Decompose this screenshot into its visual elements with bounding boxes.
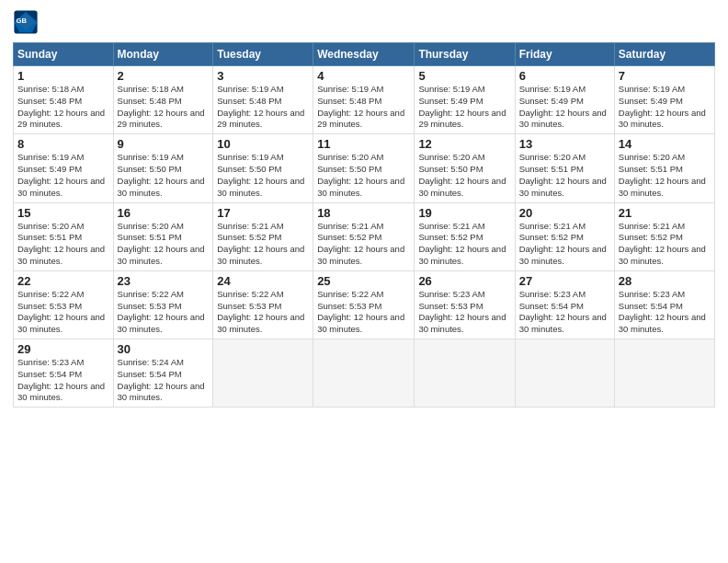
day-info: Sunrise: 5:21 AMSunset: 5:52 PMDaylight:… <box>317 221 404 266</box>
page-container: GB SundayMondayTuesdayWednesdayThursdayF… <box>0 0 728 417</box>
calendar-cell: 22 Sunrise: 5:22 AMSunset: 5:53 PMDaylig… <box>14 270 114 339</box>
day-number: 13 <box>519 137 610 151</box>
calendar-cell: 11 Sunrise: 5:20 AMSunset: 5:50 PMDaylig… <box>313 134 415 202</box>
day-info: Sunrise: 5:19 AMSunset: 5:48 PMDaylight:… <box>317 84 404 129</box>
day-info: Sunrise: 5:20 AMSunset: 5:51 PMDaylight:… <box>17 221 105 266</box>
calendar-cell: 28 Sunrise: 5:23 AMSunset: 5:54 PMDaylig… <box>614 270 714 339</box>
calendar-cell: 27 Sunrise: 5:23 AMSunset: 5:54 PMDaylig… <box>515 270 614 339</box>
col-header-friday: Friday <box>515 43 614 66</box>
calendar-cell <box>515 339 614 408</box>
calendar-cell: 26 Sunrise: 5:23 AMSunset: 5:53 PMDaylig… <box>415 270 515 339</box>
logo-icon: GB <box>13 9 39 35</box>
calendar-cell: 10 Sunrise: 5:19 AMSunset: 5:50 PMDaylig… <box>213 134 313 202</box>
calendar-header-row: SundayMondayTuesdayWednesdayThursdayFrid… <box>14 43 715 66</box>
day-info: Sunrise: 5:20 AMSunset: 5:50 PMDaylight:… <box>317 152 404 197</box>
day-number: 16 <box>118 206 210 220</box>
calendar-cell: 16 Sunrise: 5:20 AMSunset: 5:51 PMDaylig… <box>113 202 213 270</box>
day-number: 29 <box>17 342 109 356</box>
day-number: 18 <box>317 206 410 220</box>
day-info: Sunrise: 5:19 AMSunset: 5:48 PMDaylight:… <box>217 84 304 129</box>
day-info: Sunrise: 5:20 AMSunset: 5:50 PMDaylight:… <box>418 152 506 197</box>
day-number: 9 <box>118 137 210 151</box>
calendar-cell <box>415 339 515 408</box>
day-info: Sunrise: 5:21 AMSunset: 5:52 PMDaylight:… <box>217 221 304 266</box>
day-info: Sunrise: 5:20 AMSunset: 5:51 PMDaylight:… <box>118 221 205 266</box>
logo: GB <box>13 9 42 35</box>
calendar-week-3: 22 Sunrise: 5:22 AMSunset: 5:53 PMDaylig… <box>14 270 715 339</box>
day-number: 20 <box>519 206 610 220</box>
calendar-cell <box>313 339 415 408</box>
day-number: 11 <box>317 137 410 151</box>
day-info: Sunrise: 5:20 AMSunset: 5:51 PMDaylight:… <box>519 152 607 197</box>
day-number: 28 <box>619 274 711 288</box>
day-number: 22 <box>17 274 109 288</box>
day-info: Sunrise: 5:19 AMSunset: 5:49 PMDaylight:… <box>519 84 607 129</box>
day-number: 14 <box>619 137 711 151</box>
calendar-cell: 19 Sunrise: 5:21 AMSunset: 5:52 PMDaylig… <box>415 202 515 270</box>
day-number: 21 <box>619 206 711 220</box>
calendar-cell: 29 Sunrise: 5:23 AMSunset: 5:54 PMDaylig… <box>14 339 114 408</box>
col-header-monday: Monday <box>113 43 213 66</box>
calendar-cell: 4 Sunrise: 5:19 AMSunset: 5:48 PMDayligh… <box>313 66 415 134</box>
col-header-saturday: Saturday <box>614 43 714 66</box>
day-info: Sunrise: 5:23 AMSunset: 5:54 PMDaylight:… <box>17 357 105 402</box>
day-number: 1 <box>17 69 109 83</box>
day-info: Sunrise: 5:18 AMSunset: 5:48 PMDaylight:… <box>118 84 205 129</box>
calendar-week-0: 1 Sunrise: 5:18 AMSunset: 5:48 PMDayligh… <box>14 66 715 134</box>
day-number: 30 <box>118 342 210 356</box>
day-number: 17 <box>217 206 309 220</box>
day-info: Sunrise: 5:19 AMSunset: 5:50 PMDaylight:… <box>118 152 205 197</box>
col-header-sunday: Sunday <box>14 43 114 66</box>
calendar-cell: 1 Sunrise: 5:18 AMSunset: 5:48 PMDayligh… <box>14 66 114 134</box>
calendar-cell: 3 Sunrise: 5:19 AMSunset: 5:48 PMDayligh… <box>213 66 313 134</box>
calendar-cell: 6 Sunrise: 5:19 AMSunset: 5:49 PMDayligh… <box>515 66 614 134</box>
calendar-cell: 2 Sunrise: 5:18 AMSunset: 5:48 PMDayligh… <box>113 66 213 134</box>
day-info: Sunrise: 5:19 AMSunset: 5:49 PMDaylight:… <box>17 152 105 197</box>
calendar-cell: 30 Sunrise: 5:24 AMSunset: 5:54 PMDaylig… <box>113 339 213 408</box>
day-info: Sunrise: 5:23 AMSunset: 5:54 PMDaylight:… <box>519 289 607 334</box>
day-info: Sunrise: 5:24 AMSunset: 5:54 PMDaylight:… <box>118 357 205 402</box>
calendar-cell: 20 Sunrise: 5:21 AMSunset: 5:52 PMDaylig… <box>515 202 614 270</box>
calendar-cell: 23 Sunrise: 5:22 AMSunset: 5:53 PMDaylig… <box>113 270 213 339</box>
day-info: Sunrise: 5:21 AMSunset: 5:52 PMDaylight:… <box>418 221 506 266</box>
col-header-thursday: Thursday <box>415 43 515 66</box>
day-info: Sunrise: 5:19 AMSunset: 5:49 PMDaylight:… <box>418 84 506 129</box>
day-number: 6 <box>519 69 610 83</box>
day-number: 26 <box>418 274 510 288</box>
day-info: Sunrise: 5:19 AMSunset: 5:49 PMDaylight:… <box>619 84 706 129</box>
day-number: 4 <box>317 69 410 83</box>
calendar-cell: 8 Sunrise: 5:19 AMSunset: 5:49 PMDayligh… <box>14 134 114 202</box>
calendar-table: SundayMondayTuesdayWednesdayThursdayFrid… <box>13 42 715 408</box>
svg-text:GB: GB <box>17 17 28 25</box>
day-number: 27 <box>519 274 610 288</box>
calendar-cell <box>213 339 313 408</box>
calendar-cell: 24 Sunrise: 5:22 AMSunset: 5:53 PMDaylig… <box>213 270 313 339</box>
day-number: 2 <box>118 69 210 83</box>
day-number: 5 <box>418 69 510 83</box>
col-header-wednesday: Wednesday <box>313 43 415 66</box>
calendar-cell: 18 Sunrise: 5:21 AMSunset: 5:52 PMDaylig… <box>313 202 415 270</box>
day-number: 8 <box>17 137 109 151</box>
day-info: Sunrise: 5:18 AMSunset: 5:48 PMDaylight:… <box>17 84 105 129</box>
calendar-cell: 5 Sunrise: 5:19 AMSunset: 5:49 PMDayligh… <box>415 66 515 134</box>
day-info: Sunrise: 5:20 AMSunset: 5:51 PMDaylight:… <box>619 152 706 197</box>
day-info: Sunrise: 5:19 AMSunset: 5:50 PMDaylight:… <box>217 152 304 197</box>
day-number: 25 <box>317 274 410 288</box>
day-info: Sunrise: 5:22 AMSunset: 5:53 PMDaylight:… <box>17 289 105 334</box>
calendar-cell: 14 Sunrise: 5:20 AMSunset: 5:51 PMDaylig… <box>614 134 714 202</box>
calendar-week-2: 15 Sunrise: 5:20 AMSunset: 5:51 PMDaylig… <box>14 202 715 270</box>
day-number: 3 <box>217 69 309 83</box>
calendar-cell: 15 Sunrise: 5:20 AMSunset: 5:51 PMDaylig… <box>14 202 114 270</box>
calendar-week-1: 8 Sunrise: 5:19 AMSunset: 5:49 PMDayligh… <box>14 134 715 202</box>
day-info: Sunrise: 5:23 AMSunset: 5:53 PMDaylight:… <box>418 289 506 334</box>
calendar-cell: 7 Sunrise: 5:19 AMSunset: 5:49 PMDayligh… <box>614 66 714 134</box>
day-info: Sunrise: 5:22 AMSunset: 5:53 PMDaylight:… <box>317 289 404 334</box>
calendar-cell: 21 Sunrise: 5:21 AMSunset: 5:52 PMDaylig… <box>614 202 714 270</box>
calendar-cell: 25 Sunrise: 5:22 AMSunset: 5:53 PMDaylig… <box>313 270 415 339</box>
day-number: 7 <box>619 69 711 83</box>
day-number: 15 <box>17 206 109 220</box>
day-number: 19 <box>418 206 510 220</box>
day-info: Sunrise: 5:21 AMSunset: 5:52 PMDaylight:… <box>619 221 706 266</box>
col-header-tuesday: Tuesday <box>213 43 313 66</box>
day-info: Sunrise: 5:21 AMSunset: 5:52 PMDaylight:… <box>519 221 607 266</box>
